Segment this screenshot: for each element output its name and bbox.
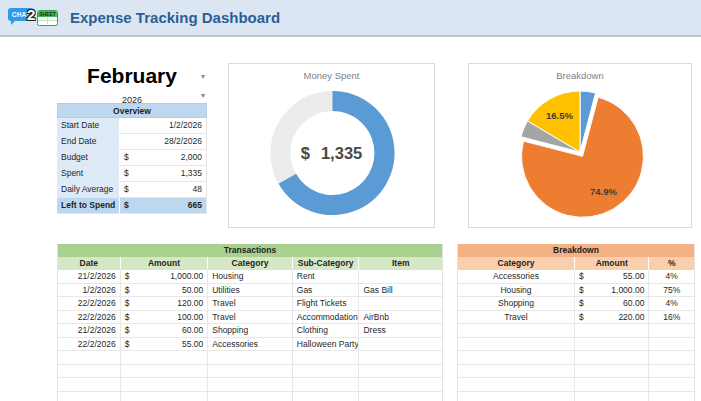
tx-cell-item[interactable]	[359, 351, 442, 364]
breakdown-row	[458, 324, 694, 338]
transaction-row	[58, 365, 442, 379]
tx-cell-sub_category[interactable]: Accommodation	[293, 311, 360, 324]
tx-cell-amount[interactable]	[121, 365, 209, 378]
tx-cell-sub_category[interactable]: Halloween Party	[293, 338, 360, 351]
tx-cell-category[interactable]: Housing	[208, 270, 293, 283]
tx-cell-category[interactable]	[208, 365, 293, 378]
currency-symbol: $	[124, 182, 129, 197]
amount-value: 120.00	[177, 297, 203, 310]
tx-cell-sub_category[interactable]	[293, 378, 360, 391]
bd-cell-amount[interactable]	[575, 378, 649, 391]
tx-cell-category[interactable]	[208, 351, 293, 364]
bd-cell-percent[interactable]: 16%	[649, 311, 694, 324]
bd-cell-amount[interactable]	[575, 392, 649, 401]
tx-cell-category[interactable]: Shopping	[208, 324, 293, 337]
bd-cell-category[interactable]	[458, 378, 575, 391]
tx-cell-amount[interactable]: $55.00	[121, 338, 209, 351]
tx-cell-amount[interactable]	[121, 378, 209, 391]
bd-cell-amount[interactable]	[575, 338, 649, 351]
bd-cell-amount[interactable]	[575, 351, 649, 364]
bd-cell-percent[interactable]	[649, 338, 694, 351]
tx-cell-item[interactable]	[359, 338, 442, 351]
overview-row-value[interactable]: 28/2/2026	[120, 134, 207, 149]
bd-cell-category[interactable]	[458, 392, 575, 401]
tx-cell-amount[interactable]	[121, 351, 209, 364]
bd-cell-category[interactable]: Shopping	[458, 297, 575, 310]
tx-cell-item[interactable]: Dress	[359, 324, 442, 337]
tx-cell-date[interactable]: 22/2/2026	[58, 297, 121, 310]
overview-row-value[interactable]: $1,335	[120, 166, 207, 181]
overview-row-value[interactable]: $2,000	[120, 150, 207, 165]
tx-cell-category[interactable]	[208, 392, 293, 401]
tx-cell-item[interactable]	[359, 378, 442, 391]
overview-row-value[interactable]: $665	[120, 198, 207, 213]
bd-cell-amount[interactable]: $60.00	[575, 297, 649, 310]
bd-cell-category[interactable]: Travel	[458, 311, 575, 324]
bd-cell-category[interactable]	[458, 338, 575, 351]
tx-cell-sub_category[interactable]	[293, 351, 360, 364]
bd-cell-category[interactable]	[458, 351, 575, 364]
tx-cell-category[interactable]: Utilities	[208, 284, 293, 297]
money-spent-chart: Money Spent $ 1,335	[228, 63, 435, 228]
tx-cell-date[interactable]	[58, 392, 121, 401]
tx-cell-sub_category[interactable]: Gas	[293, 284, 360, 297]
month-dropdown-icon[interactable]: ▾	[201, 73, 205, 81]
tx-cell-amount[interactable]: $100.00	[121, 311, 209, 324]
overview-row-label: End Date	[57, 134, 120, 149]
amount-value: 1,000.00	[170, 270, 203, 283]
tx-cell-sub_category[interactable]	[293, 392, 360, 401]
tx-cell-sub_category[interactable]: Clothing	[293, 324, 360, 337]
tx-cell-sub_category[interactable]	[293, 365, 360, 378]
tx-cell-date[interactable]	[58, 378, 121, 391]
tx-cell-amount[interactable]: $50.00	[121, 284, 209, 297]
bd-cell-percent[interactable]	[649, 324, 694, 337]
bd-cell-amount[interactable]: $220.00	[575, 311, 649, 324]
currency-symbol: $	[125, 284, 130, 297]
bd-cell-category[interactable]: Accessories	[458, 270, 575, 283]
tx-cell-date[interactable]: 21/2/2026	[58, 270, 121, 283]
tx-cell-date[interactable]: 22/2/2026	[58, 338, 121, 351]
overview-row-value[interactable]: $48	[120, 182, 207, 197]
tx-cell-sub_category[interactable]: Rent	[293, 270, 360, 283]
tx-cell-item[interactable]	[359, 270, 442, 283]
overview-row-value[interactable]: 1/2/2026	[120, 118, 207, 133]
bd-cell-category[interactable]: Housing	[458, 284, 575, 297]
amount-value: 220.00	[618, 311, 644, 324]
bd-cell-amount[interactable]: $1,000.00	[575, 284, 649, 297]
tx-cell-amount[interactable]: $60.00	[121, 324, 209, 337]
tx-cell-sub_category[interactable]: Flight Tickets	[293, 297, 360, 310]
bd-cell-percent[interactable]	[649, 351, 694, 364]
bd-cell-category[interactable]	[458, 365, 575, 378]
bd-cell-amount[interactable]	[575, 324, 649, 337]
tx-cell-amount[interactable]	[121, 392, 209, 401]
bd-cell-percent[interactable]	[649, 392, 694, 401]
tx-cell-amount[interactable]: $120.00	[121, 297, 209, 310]
bd-cell-percent[interactable]	[649, 378, 694, 391]
tx-cell-date[interactable]: 22/2/2026	[58, 311, 121, 324]
tx-cell-category[interactable]: Travel	[208, 311, 293, 324]
tx-cell-category[interactable]: Accessories	[208, 338, 293, 351]
tx-cell-category[interactable]	[208, 378, 293, 391]
bd-cell-category[interactable]	[458, 324, 575, 337]
tx-cell-item[interactable]: AirBnb	[359, 311, 442, 324]
overview-row: Left to Spend$665	[57, 198, 207, 214]
tx-cell-category[interactable]: Travel	[208, 297, 293, 310]
tx-cell-item[interactable]	[359, 392, 442, 401]
tx-cell-item[interactable]: Gas Bill	[359, 284, 442, 297]
tx-cell-date[interactable]	[58, 365, 121, 378]
tx-cell-item[interactable]	[359, 297, 442, 310]
tx-cell-date[interactable]: 21/2/2026	[58, 324, 121, 337]
tx-cell-item[interactable]	[359, 365, 442, 378]
bd-cell-percent[interactable]	[649, 365, 694, 378]
bd-cell-percent[interactable]: 4%	[649, 270, 694, 283]
bd-cell-percent[interactable]: 4%	[649, 297, 694, 310]
tx-cell-date[interactable]: 1/2/2026	[58, 284, 121, 297]
month-selector[interactable]: February	[87, 64, 177, 87]
bd-cell-percent[interactable]: 75%	[649, 284, 694, 297]
year-dropdown-icon[interactable]: ▾	[201, 92, 205, 100]
tx-cell-amount[interactable]: $1,000.00	[121, 270, 209, 283]
bd-cell-amount[interactable]	[575, 365, 649, 378]
breakdown-row	[458, 338, 694, 352]
bd-cell-amount[interactable]: $55.00	[575, 270, 649, 283]
tx-cell-date[interactable]	[58, 351, 121, 364]
